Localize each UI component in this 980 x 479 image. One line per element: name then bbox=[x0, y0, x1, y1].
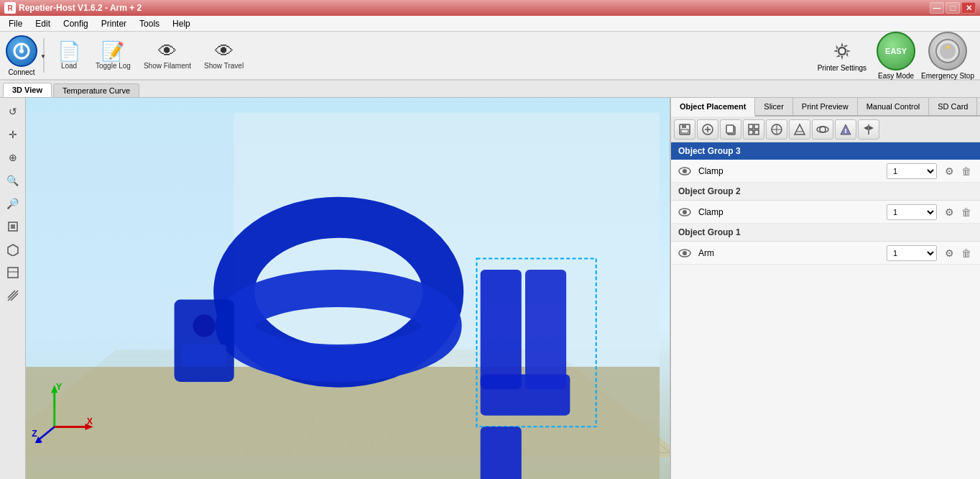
menu-edit[interactable]: Edit bbox=[29, 17, 56, 30]
minimize-button[interactable]: — bbox=[930, 2, 944, 14]
tab-slicer[interactable]: Slicer bbox=[755, 98, 793, 115]
toggle-log-button[interactable]: 📝 Toggle Log bbox=[91, 35, 136, 76]
quantity-select-clamp-3[interactable]: 123 bbox=[887, 163, 937, 179]
tab-manual-control[interactable]: Manual Control bbox=[858, 98, 930, 115]
delete-clamp-2-button[interactable]: 🗑 bbox=[958, 204, 974, 220]
copy-icon bbox=[724, 123, 737, 136]
object-group-3-header[interactable]: Object Group 3 bbox=[671, 142, 980, 160]
printer-settings-button[interactable]: Printer Settings bbox=[813, 37, 871, 75]
3d-viewport[interactable]: ↺ ✛ ⊕ 🔍 🔎 bbox=[0, 98, 671, 479]
view-tabs-bar: 3D View Temperature Curve bbox=[0, 81, 980, 98]
panel-add-button[interactable] bbox=[697, 119, 718, 140]
add-icon bbox=[701, 123, 714, 136]
panel-view-button[interactable] bbox=[812, 119, 833, 140]
svg-rect-20 bbox=[481, 426, 522, 479]
printer-settings-label: Printer Settings bbox=[818, 64, 866, 72]
svg-text:Z: Z bbox=[32, 429, 37, 439]
quantity-select-arm[interactable]: 123 bbox=[887, 245, 937, 261]
emergency-stop-label: Emergency Stop bbox=[921, 72, 974, 80]
emergency-stop-button[interactable]: ⚡ bbox=[928, 32, 967, 70]
pan-tool-button[interactable]: ✛ bbox=[2, 124, 24, 145]
svg-rect-25 bbox=[8, 268, 18, 278]
view-icon bbox=[816, 123, 829, 136]
axes-widget: Y X Z bbox=[30, 378, 95, 443]
svg-point-3 bbox=[838, 47, 846, 55]
window-controls[interactable]: — □ ✕ bbox=[930, 2, 976, 14]
menu-tools[interactable]: Tools bbox=[134, 17, 165, 30]
tab-object-placement[interactable]: Object Placement bbox=[671, 98, 755, 117]
tab-sd-card[interactable]: SD Card bbox=[929, 98, 977, 115]
zoom-out-button[interactable]: 🔎 bbox=[2, 193, 24, 214]
tab-temperature-curve[interactable]: Temperature Curve bbox=[53, 83, 139, 97]
view-top-button[interactable] bbox=[2, 216, 24, 237]
connect-label: Connect bbox=[8, 68, 34, 76]
eye-icon bbox=[678, 248, 692, 258]
move-tool-button[interactable]: ⊕ bbox=[2, 147, 24, 168]
object-group-1-header[interactable]: Object Group 1 bbox=[671, 224, 980, 242]
view-front-button[interactable] bbox=[2, 262, 24, 283]
svg-rect-48 bbox=[754, 124, 759, 129]
easy-mode-group: EASY Easy Mode bbox=[877, 32, 915, 80]
settings-arm-button[interactable]: ⚙ bbox=[941, 245, 957, 261]
svg-rect-18 bbox=[525, 270, 566, 389]
panel-toolbar bbox=[671, 117, 980, 142]
svg-point-15 bbox=[193, 314, 216, 337]
object-list: Object Group 3 Clamp 123 ⚙ 🗑 Object Grou… bbox=[671, 142, 980, 479]
cut-icon bbox=[839, 123, 852, 136]
view-3d-button[interactable] bbox=[2, 239, 24, 260]
menu-file[interactable]: File bbox=[3, 17, 28, 30]
zoom-in-button[interactable]: 🔍 bbox=[2, 170, 24, 191]
svg-point-64 bbox=[683, 169, 687, 173]
show-filament-label: Show Filament bbox=[144, 62, 191, 70]
load-button[interactable]: 📄 Load bbox=[50, 35, 88, 76]
emergency-stop-group: ⚡ Emergency Stop bbox=[921, 32, 974, 80]
title-bar: R Repetier-Host V1.6.2 - Arm + 2 — □ ✕ bbox=[0, 0, 980, 16]
visibility-toggle-clamp-2[interactable] bbox=[677, 206, 693, 219]
delete-arm-button[interactable]: 🗑 bbox=[958, 245, 974, 261]
load-icon: 📄 bbox=[57, 42, 80, 60]
easy-mode-button[interactable]: EASY bbox=[877, 32, 915, 70]
rotate-tool-button[interactable]: ↺ bbox=[2, 101, 24, 122]
save-icon bbox=[678, 123, 691, 136]
panel-slice-button[interactable] bbox=[789, 119, 810, 140]
flip-icon bbox=[862, 123, 875, 136]
panel-save-button[interactable] bbox=[674, 119, 695, 140]
object-name-arm: Arm bbox=[698, 248, 887, 258]
svg-point-68 bbox=[683, 251, 687, 255]
menu-help[interactable]: Help bbox=[167, 17, 196, 30]
menu-printer[interactable]: Printer bbox=[96, 17, 132, 30]
easy-mode-label: Easy Mode bbox=[878, 72, 914, 80]
title-left: R Repetier-Host V1.6.2 - Arm + 2 bbox=[4, 2, 142, 14]
delete-clamp-3-button[interactable]: 🗑 bbox=[958, 163, 974, 179]
panel-tabs: Object Placement Slicer Print Preview Ma… bbox=[671, 98, 980, 117]
toggle-log-icon: 📝 bbox=[101, 42, 124, 60]
eye-icon bbox=[678, 166, 692, 176]
visibility-toggle-clamp-3[interactable] bbox=[677, 165, 693, 178]
svg-rect-16 bbox=[481, 270, 522, 389]
svg-marker-61 bbox=[864, 126, 868, 130]
app-logo: R bbox=[4, 2, 16, 14]
panel-arrange-button[interactable] bbox=[743, 119, 764, 140]
visibility-toggle-arm[interactable] bbox=[677, 247, 693, 260]
show-travel-icon: 👁 bbox=[215, 42, 234, 60]
show-travel-button[interactable]: 👁 Show Travel bbox=[199, 35, 249, 76]
object-group-2-header[interactable]: Object Group 2 bbox=[671, 183, 980, 201]
tab-print-preview[interactable]: Print Preview bbox=[793, 98, 858, 115]
maximize-button[interactable]: □ bbox=[946, 2, 960, 14]
hatching-button[interactable] bbox=[2, 285, 24, 306]
quantity-select-clamp-2[interactable]: 123 bbox=[887, 204, 937, 220]
load-label: Load bbox=[61, 62, 77, 70]
panel-copy-button[interactable] bbox=[720, 119, 741, 140]
printer-settings-icon bbox=[831, 40, 854, 63]
show-filament-button[interactable]: 👁 Show Filament bbox=[139, 35, 196, 76]
settings-clamp-3-button[interactable]: ⚙ bbox=[941, 163, 957, 179]
close-button[interactable]: ✕ bbox=[961, 2, 976, 14]
menu-config[interactable]: Config bbox=[57, 17, 94, 30]
tab-3d-view[interactable]: 3D View bbox=[3, 83, 52, 97]
settings-clamp-2-button[interactable]: ⚙ bbox=[941, 204, 957, 220]
panel-center-button[interactable] bbox=[766, 119, 787, 140]
connect-button[interactable] bbox=[6, 35, 37, 67]
object-item-arm: Arm 123 ⚙ 🗑 bbox=[671, 242, 980, 265]
panel-flip-button[interactable] bbox=[858, 119, 879, 140]
panel-cut-button[interactable] bbox=[835, 119, 856, 140]
